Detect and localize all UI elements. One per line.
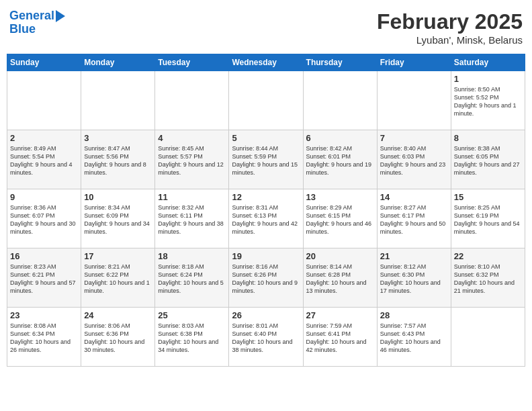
calendar-subtitle: Lyuban', Minsk, Belarus <box>377 34 523 46</box>
calendar-cell <box>7 71 81 130</box>
calendar-cell: 4Sunrise: 8:45 AM Sunset: 5:57 PM Daylig… <box>155 130 229 189</box>
calendar-cell: 1Sunrise: 8:50 AM Sunset: 5:52 PM Daylig… <box>451 71 525 130</box>
calendar-cell: 27Sunrise: 7:59 AM Sunset: 6:41 PM Dayli… <box>303 308 377 367</box>
calendar-cell: 26Sunrise: 8:01 AM Sunset: 6:40 PM Dayli… <box>229 308 303 367</box>
day-info: Sunrise: 7:59 AM Sunset: 6:41 PM Dayligh… <box>306 322 374 355</box>
calendar-cell: 6Sunrise: 8:42 AM Sunset: 6:01 PM Daylig… <box>303 130 377 189</box>
day-number: 20 <box>306 251 374 261</box>
calendar-cell: 8Sunrise: 8:38 AM Sunset: 6:05 PM Daylig… <box>451 130 525 189</box>
day-info: Sunrise: 8:40 AM Sunset: 6:03 PM Dayligh… <box>380 144 448 177</box>
day-info: Sunrise: 8:01 AM Sunset: 6:40 PM Dayligh… <box>232 322 300 355</box>
calendar-table: SundayMondayTuesdayWednesdayThursdayFrid… <box>7 54 525 367</box>
day-number: 2 <box>10 133 78 143</box>
day-info: Sunrise: 8:27 AM Sunset: 6:17 PM Dayligh… <box>380 203 448 236</box>
calendar-cell: 16Sunrise: 8:23 AM Sunset: 6:21 PM Dayli… <box>7 248 81 308</box>
day-number: 16 <box>10 251 78 261</box>
calendar-cell: 9Sunrise: 8:36 AM Sunset: 6:07 PM Daylig… <box>7 189 81 248</box>
calendar-cell: 20Sunrise: 8:14 AM Sunset: 6:28 PM Dayli… <box>303 248 377 308</box>
day-number: 22 <box>454 251 522 261</box>
day-number: 5 <box>232 133 300 143</box>
weekday-header: Tuesday <box>155 54 229 71</box>
day-info: Sunrise: 8:42 AM Sunset: 6:01 PM Dayligh… <box>306 144 374 177</box>
calendar-cell: 7Sunrise: 8:40 AM Sunset: 6:03 PM Daylig… <box>377 130 451 189</box>
day-number: 13 <box>306 192 374 202</box>
calendar-cell <box>229 71 303 130</box>
calendar-cell: 25Sunrise: 8:03 AM Sunset: 6:38 PM Dayli… <box>155 308 229 367</box>
day-number: 28 <box>380 310 448 320</box>
calendar-cell: 2Sunrise: 8:49 AM Sunset: 5:54 PM Daylig… <box>7 130 81 189</box>
day-number: 11 <box>158 192 226 202</box>
logo-text-2: Blue <box>9 23 65 36</box>
day-info: Sunrise: 8:10 AM Sunset: 6:32 PM Dayligh… <box>454 263 522 295</box>
calendar-cell: 10Sunrise: 8:34 AM Sunset: 6:09 PM Dayli… <box>81 189 155 248</box>
day-info: Sunrise: 8:03 AM Sunset: 6:38 PM Dayligh… <box>158 322 226 355</box>
day-number: 3 <box>84 133 152 143</box>
day-info: Sunrise: 8:31 AM Sunset: 6:13 PM Dayligh… <box>232 203 300 236</box>
logo-text: General <box>9 9 54 23</box>
weekday-header: Thursday <box>303 54 377 71</box>
day-number: 23 <box>10 310 78 320</box>
page-header: General Blue February 2025 Lyuban', Mins… <box>7 7 525 48</box>
day-number: 15 <box>454 192 522 202</box>
calendar-cell: 12Sunrise: 8:31 AM Sunset: 6:13 PM Dayli… <box>229 189 303 248</box>
calendar-cell: 28Sunrise: 7:57 AM Sunset: 6:43 PM Dayli… <box>377 308 451 367</box>
day-info: Sunrise: 8:16 AM Sunset: 6:26 PM Dayligh… <box>232 263 300 295</box>
day-info: Sunrise: 8:25 AM Sunset: 6:19 PM Dayligh… <box>454 203 522 236</box>
calendar-cell: 24Sunrise: 8:06 AM Sunset: 6:36 PM Dayli… <box>81 308 155 367</box>
day-info: Sunrise: 8:47 AM Sunset: 5:56 PM Dayligh… <box>84 144 152 177</box>
logo: General Blue <box>9 9 65 36</box>
calendar-cell: 3Sunrise: 8:47 AM Sunset: 5:56 PM Daylig… <box>81 130 155 189</box>
calendar-cell <box>377 71 451 130</box>
day-number: 6 <box>306 133 374 143</box>
calendar-cell: 23Sunrise: 8:08 AM Sunset: 6:34 PM Dayli… <box>7 308 81 367</box>
day-number: 18 <box>158 251 226 261</box>
day-number: 14 <box>380 192 448 202</box>
calendar-cell <box>303 71 377 130</box>
weekday-header: Saturday <box>451 54 525 71</box>
day-number: 4 <box>158 133 226 143</box>
day-info: Sunrise: 8:49 AM Sunset: 5:54 PM Dayligh… <box>10 144 78 177</box>
day-info: Sunrise: 8:08 AM Sunset: 6:34 PM Dayligh… <box>10 322 78 355</box>
day-info: Sunrise: 8:36 AM Sunset: 6:07 PM Dayligh… <box>10 203 78 236</box>
day-number: 24 <box>84 310 152 320</box>
calendar-cell <box>451 308 525 367</box>
title-section: February 2025 Lyuban', Minsk, Belarus <box>377 9 523 46</box>
calendar-title: February 2025 <box>377 9 523 34</box>
weekday-header: Monday <box>81 54 155 71</box>
day-info: Sunrise: 8:06 AM Sunset: 6:36 PM Dayligh… <box>84 322 152 355</box>
calendar-cell: 15Sunrise: 8:25 AM Sunset: 6:19 PM Dayli… <box>451 189 525 248</box>
day-number: 1 <box>454 74 522 84</box>
day-number: 12 <box>232 192 300 202</box>
calendar-cell: 19Sunrise: 8:16 AM Sunset: 6:26 PM Dayli… <box>229 248 303 308</box>
calendar-cell: 18Sunrise: 8:18 AM Sunset: 6:24 PM Dayli… <box>155 248 229 308</box>
day-number: 19 <box>232 251 300 261</box>
day-info: Sunrise: 8:29 AM Sunset: 6:15 PM Dayligh… <box>306 203 374 236</box>
logo-arrow-icon <box>56 10 65 22</box>
weekday-header: Sunday <box>7 54 81 71</box>
day-info: Sunrise: 8:21 AM Sunset: 6:22 PM Dayligh… <box>84 263 152 295</box>
day-info: Sunrise: 8:18 AM Sunset: 6:24 PM Dayligh… <box>158 263 226 295</box>
day-number: 9 <box>10 192 78 202</box>
day-info: Sunrise: 8:44 AM Sunset: 5:59 PM Dayligh… <box>232 144 300 177</box>
day-info: Sunrise: 8:50 AM Sunset: 5:52 PM Dayligh… <box>454 85 522 118</box>
day-number: 25 <box>158 310 226 320</box>
day-number: 7 <box>380 133 448 143</box>
day-info: Sunrise: 7:57 AM Sunset: 6:43 PM Dayligh… <box>380 322 448 355</box>
day-number: 8 <box>454 133 522 143</box>
calendar-cell <box>81 71 155 130</box>
calendar-cell: 17Sunrise: 8:21 AM Sunset: 6:22 PM Dayli… <box>81 248 155 308</box>
calendar-cell: 22Sunrise: 8:10 AM Sunset: 6:32 PM Dayli… <box>451 248 525 308</box>
weekday-header: Wednesday <box>229 54 303 71</box>
day-number: 21 <box>380 251 448 261</box>
day-info: Sunrise: 8:32 AM Sunset: 6:11 PM Dayligh… <box>158 203 226 236</box>
day-info: Sunrise: 8:45 AM Sunset: 5:57 PM Dayligh… <box>158 144 226 177</box>
day-info: Sunrise: 8:12 AM Sunset: 6:30 PM Dayligh… <box>380 263 448 295</box>
day-number: 10 <box>84 192 152 202</box>
calendar-cell: 14Sunrise: 8:27 AM Sunset: 6:17 PM Dayli… <box>377 189 451 248</box>
day-number: 26 <box>232 310 300 320</box>
calendar-cell <box>155 71 229 130</box>
day-info: Sunrise: 8:38 AM Sunset: 6:05 PM Dayligh… <box>454 144 522 177</box>
day-number: 17 <box>84 251 152 261</box>
calendar-cell: 11Sunrise: 8:32 AM Sunset: 6:11 PM Dayli… <box>155 189 229 248</box>
calendar-cell: 21Sunrise: 8:12 AM Sunset: 6:30 PM Dayli… <box>377 248 451 308</box>
